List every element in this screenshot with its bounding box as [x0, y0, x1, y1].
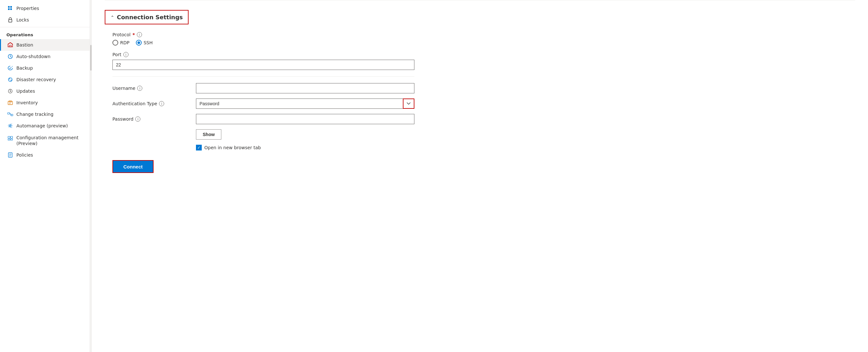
- sidebar-item-label: Automanage (preview): [17, 123, 68, 128]
- autoshutdown-icon: [7, 54, 13, 59]
- sidebar-item-inventory[interactable]: Inventory: [0, 97, 90, 108]
- svg-rect-4: [9, 20, 12, 22]
- open-new-tab-checkbox[interactable]: ✓: [196, 145, 202, 150]
- open-new-tab-label: Open in new browser tab: [204, 145, 261, 150]
- sidebar-item-change-tracking[interactable]: Change tracking: [0, 108, 90, 120]
- updates-icon: [7, 88, 13, 94]
- sidebar-item-label: Configuration management (Preview): [17, 135, 83, 146]
- password-input[interactable]: [196, 114, 414, 124]
- form-section: Protocol * i RDP SSH Port i: [105, 32, 855, 150]
- svg-rect-16: [8, 136, 10, 138]
- rdp-radio-circle[interactable]: [113, 40, 118, 45]
- port-input[interactable]: [113, 60, 414, 70]
- bastion-icon: [7, 42, 13, 48]
- chevron-up-icon: ⌃: [111, 15, 114, 20]
- sidebar-item-auto-shutdown[interactable]: Auto-shutdown: [0, 51, 90, 62]
- password-row: Password i: [113, 114, 414, 124]
- sidebar-item-bastion[interactable]: Bastion: [0, 39, 90, 51]
- sidebar: Properties Locks Operations Bast: [0, 0, 90, 352]
- ssh-label: SSH: [144, 40, 153, 45]
- sidebar-item-updates[interactable]: Updates: [0, 85, 90, 97]
- change-icon: [7, 111, 13, 117]
- sidebar-item-backup[interactable]: Backup: [0, 62, 90, 74]
- top-divider: [105, 0, 855, 0]
- required-star: *: [132, 32, 134, 37]
- svg-rect-12: [8, 113, 10, 114]
- section-title: Connection Settings: [117, 14, 183, 21]
- username-input-wrapper: [196, 83, 414, 93]
- open-new-tab-wrapper: ✓ Open in new browser tab: [196, 145, 855, 150]
- disaster-icon: [7, 77, 13, 82]
- svg-rect-1: [10, 6, 12, 8]
- password-label: Password i: [113, 116, 196, 121]
- policies-icon: [7, 152, 13, 158]
- automanage-icon: [7, 123, 13, 129]
- rdp-radio[interactable]: RDP: [113, 40, 129, 45]
- connect-button[interactable]: Connect: [113, 160, 154, 173]
- show-section: Show ✓ Open in new browser tab: [196, 129, 855, 150]
- username-row: Username i: [113, 83, 414, 93]
- sidebar-item-label: Backup: [17, 66, 33, 71]
- sidebar-item-label: Disaster recovery: [17, 77, 56, 82]
- lock-icon: [7, 17, 13, 23]
- rdp-label: RDP: [120, 40, 129, 45]
- sidebar-item-label: Updates: [17, 89, 35, 94]
- operations-header: Operations: [0, 29, 90, 39]
- config-icon: [7, 135, 13, 141]
- auth-type-select[interactable]: Password SSH Private Key: [196, 99, 414, 109]
- sidebar-item-locks[interactable]: Locks: [0, 14, 90, 26]
- port-info-icon[interactable]: i: [123, 52, 128, 57]
- protocol-group: Protocol * i RDP SSH: [113, 32, 855, 45]
- show-button[interactable]: Show: [196, 129, 221, 140]
- sidebar-item-label: Bastion: [17, 42, 33, 47]
- username-input[interactable]: [196, 83, 414, 93]
- sidebar-scrollbar[interactable]: [90, 0, 92, 352]
- port-group: Port i: [113, 52, 855, 70]
- grid-icon: [7, 5, 13, 11]
- sidebar-item-label: Change tracking: [17, 112, 53, 117]
- protocol-label: Protocol * i: [113, 32, 855, 37]
- sidebar-item-label: Inventory: [17, 100, 38, 105]
- username-info-icon[interactable]: i: [137, 86, 142, 91]
- protocol-info-icon[interactable]: i: [137, 32, 142, 37]
- checkbox-checkmark: ✓: [197, 145, 200, 150]
- main-content: ⌃ Connection Settings Protocol * i RDP S…: [92, 0, 868, 352]
- sidebar-item-label: Policies: [17, 152, 33, 157]
- password-input-wrapper: [196, 114, 414, 124]
- sidebar-item-label: Locks: [17, 17, 29, 23]
- sidebar-item-policies[interactable]: Policies: [0, 149, 90, 161]
- connect-section: Connect: [105, 160, 855, 173]
- svg-rect-17: [10, 136, 12, 138]
- ssh-radio-circle[interactable]: [136, 40, 142, 45]
- svg-rect-18: [8, 139, 10, 140]
- svg-point-15: [10, 126, 10, 126]
- svg-rect-2: [8, 8, 10, 10]
- connection-settings-header[interactable]: ⌃ Connection Settings: [105, 10, 189, 24]
- sidebar-item-label: Properties: [17, 6, 39, 11]
- sidebar-item-automanage[interactable]: Automanage (preview): [0, 120, 90, 132]
- svg-rect-19: [10, 139, 12, 140]
- sidebar-item-label: Auto-shutdown: [17, 54, 51, 59]
- username-label: Username i: [113, 86, 196, 91]
- inventory-icon: [7, 100, 13, 106]
- sidebar-divider: [0, 27, 90, 27]
- svg-rect-3: [10, 8, 12, 10]
- form-divider: [113, 76, 414, 77]
- sidebar-item-config-management[interactable]: Configuration management (Preview): [0, 132, 90, 149]
- port-label: Port i: [113, 52, 855, 57]
- password-info-icon[interactable]: i: [135, 116, 141, 121]
- ssh-radio[interactable]: SSH: [136, 40, 153, 45]
- svg-rect-0: [8, 6, 10, 8]
- auth-type-info-icon[interactable]: i: [159, 101, 164, 106]
- auth-type-dropdown-wrapper: Password SSH Private Key: [196, 99, 414, 109]
- svg-point-9: [10, 91, 11, 92]
- backup-icon: [7, 65, 13, 71]
- sidebar-item-disaster-recovery[interactable]: Disaster recovery: [0, 74, 90, 85]
- auth-type-row: Authentication Type i Password SSH Priva…: [113, 99, 414, 109]
- protocol-radio-group: RDP SSH: [113, 40, 855, 45]
- auth-type-label: Authentication Type i: [113, 101, 196, 106]
- sidebar-item-properties[interactable]: Properties: [0, 3, 90, 14]
- sidebar-scroll-thumb[interactable]: [90, 45, 92, 71]
